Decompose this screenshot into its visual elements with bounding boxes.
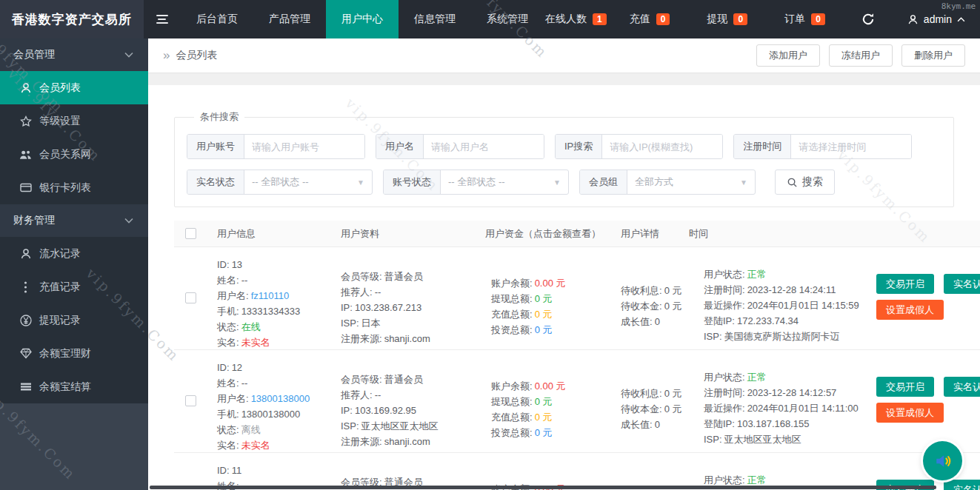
- column-header: 用户信息: [217, 227, 341, 241]
- sidebar-section-member-mgmt[interactable]: 会员管理: [0, 38, 148, 71]
- reg-time-input[interactable]: [791, 135, 911, 158]
- funds-line: 投资总额:0 元: [491, 322, 621, 338]
- nav-item-dashboard[interactable]: 后台首页: [181, 0, 253, 38]
- nav-item-info-mgmt[interactable]: 信息管理: [399, 0, 471, 38]
- row-checkbox[interactable]: [185, 395, 196, 406]
- funds-value[interactable]: 0 元: [535, 324, 553, 335]
- counter-orders[interactable]: 订单0: [766, 0, 844, 38]
- info-label: 实名: [217, 440, 236, 451]
- time-line: 注册时间:2023-12-28 14:24:11: [704, 282, 876, 298]
- time-line: ISP:美国德克萨斯达拉斯阿卡迈: [704, 329, 876, 344]
- profile-value: shanji.com: [384, 333, 430, 344]
- sidebar-item-level-settings[interactable]: 等级设置: [0, 104, 148, 138]
- sidebar-item-yuebao-invest[interactable]: 余额宝理财: [0, 337, 148, 370]
- app-logo: 香港数字资产交易所: [0, 0, 144, 38]
- info-value[interactable]: 13800138000: [251, 393, 310, 404]
- search-field-label: IP搜索: [556, 135, 602, 158]
- trade-open-button[interactable]: 交易开启: [876, 274, 934, 294]
- nav-item-system-mgmt[interactable]: 系统管理: [471, 0, 544, 38]
- info-line: 实名:未实名: [217, 335, 341, 350]
- ip-input[interactable]: [602, 135, 722, 158]
- detail-line: 待收本金:0 元: [621, 298, 689, 314]
- counter-recharge[interactable]: 充值0: [611, 0, 689, 38]
- counter-withdraw[interactable]: 提现0: [688, 0, 766, 38]
- info-value: 13800138000: [241, 409, 301, 420]
- funds-value[interactable]: 0.00 元: [535, 380, 566, 392]
- colon: :: [530, 412, 533, 423]
- funds-value[interactable]: 0.00 元: [535, 278, 566, 289]
- sidebar-item-flow-records[interactable]: 流水记录: [0, 237, 148, 270]
- colon: :: [236, 377, 239, 389]
- colon: :: [379, 436, 382, 447]
- card-icon: [19, 181, 32, 194]
- sidebar-item-bank-cards[interactable]: 银行卡列表: [0, 171, 148, 204]
- funds-line: 充值总额:0 元: [491, 306, 621, 322]
- set-fake-user-button[interactable]: 设置成假人: [876, 300, 944, 320]
- action-row: 交易开启实名认证: [876, 377, 980, 397]
- colon: :: [370, 389, 373, 400]
- funds-line: 充值总额:0 元: [491, 409, 621, 425]
- funds-value[interactable]: 0 元: [535, 293, 553, 304]
- sound-floating-button[interactable]: [923, 441, 962, 480]
- colon: :: [236, 409, 239, 420]
- bars-icon: [19, 380, 32, 393]
- horizontal-scrollbar[interactable]: [150, 486, 936, 489]
- trade-open-button[interactable]: 交易开启: [876, 377, 934, 397]
- chevron-down-icon: ▼: [357, 178, 364, 187]
- colon: :: [742, 474, 745, 486]
- detail-label: 成长值: [621, 316, 650, 327]
- nav-item-user-center[interactable]: 用户中心: [326, 0, 399, 38]
- hamburger-menu-icon[interactable]: [144, 0, 181, 38]
- sidebar-item-yuebao-settle[interactable]: 余额宝结算: [0, 370, 148, 403]
- nav-item-products[interactable]: 产品管理: [253, 0, 326, 38]
- funds-value[interactable]: 0 元: [535, 427, 553, 438]
- info-value: 在线: [241, 321, 261, 332]
- search-icon: [787, 177, 798, 188]
- member-group-select[interactable]: 全部方式▼: [627, 170, 755, 194]
- refresh-icon[interactable]: [844, 0, 893, 38]
- info-value[interactable]: fz110110: [251, 290, 290, 301]
- time-value: 正常: [747, 372, 767, 383]
- sidebar-item-recharge-records[interactable]: 充值记录: [0, 270, 148, 303]
- realname-verify-button[interactable]: 实名认证: [944, 480, 980, 490]
- row-checkbox[interactable]: [185, 292, 196, 303]
- sidebar-item-withdraw-records[interactable]: 提现记录: [0, 303, 148, 337]
- cell-info: ID:13姓名:--用户名:fz110110手机:13331334333状态:在…: [217, 247, 341, 350]
- info-label: 状态: [217, 424, 236, 435]
- funds-label: 账户余额: [491, 278, 530, 289]
- realname-verify-button[interactable]: 实名认证: [944, 274, 980, 294]
- sidebar-item-label: 银行卡列表: [39, 181, 91, 195]
- username-input[interactable]: [424, 135, 544, 158]
- freeze-user-button[interactable]: 冻结用户: [829, 44, 893, 67]
- sidebar-section-finance-mgmt[interactable]: 财务管理: [0, 204, 148, 237]
- user-icon: [907, 14, 919, 25]
- search-field-account: 用户账号: [187, 134, 365, 159]
- select-all-checkbox[interactable]: [185, 228, 196, 239]
- funds-value[interactable]: 0 元: [535, 309, 553, 320]
- search-button[interactable]: 搜索: [775, 170, 835, 195]
- info-value: 离线: [241, 424, 261, 435]
- column-header: 用户资金（点击金额查看）: [485, 227, 621, 241]
- funds-value[interactable]: 0 元: [535, 412, 553, 423]
- admin-user-menu[interactable]: admin: [893, 0, 980, 38]
- time-value: 2024年01月01日 14:15:59: [747, 300, 859, 311]
- colon: :: [719, 434, 722, 445]
- info-label: ID: [217, 259, 227, 270]
- account-input[interactable]: [244, 135, 364, 158]
- colon: :: [719, 331, 722, 342]
- profile-line: ISP:亚太地区亚太地区: [341, 418, 485, 434]
- realname-status-select[interactable]: -- 全部状态 --▼: [244, 170, 372, 194]
- set-fake-user-button[interactable]: 设置成假人: [876, 403, 944, 423]
- sidebar-item-member-network[interactable]: 会员关系网: [0, 138, 148, 171]
- info-label: 姓名: [217, 377, 236, 389]
- add-user-button[interactable]: 添加用户: [756, 44, 820, 67]
- realname-verify-button[interactable]: 实名认证: [944, 377, 980, 397]
- delete-user-button[interactable]: 删除用户: [901, 44, 965, 67]
- select-value: -- 全部状态 --: [448, 175, 505, 189]
- sidebar-item-member-list[interactable]: 会员列表: [0, 71, 148, 104]
- profile-value: 普通会员: [384, 374, 423, 385]
- table-row: ID:13姓名:--用户名:fz110110手机:13331334333状态:在…: [174, 247, 980, 350]
- account-status-select[interactable]: -- 全部状态 --▼: [441, 170, 568, 194]
- profile-line: IP:103.169.92.95: [341, 403, 485, 418]
- funds-value[interactable]: 0 元: [535, 396, 553, 407]
